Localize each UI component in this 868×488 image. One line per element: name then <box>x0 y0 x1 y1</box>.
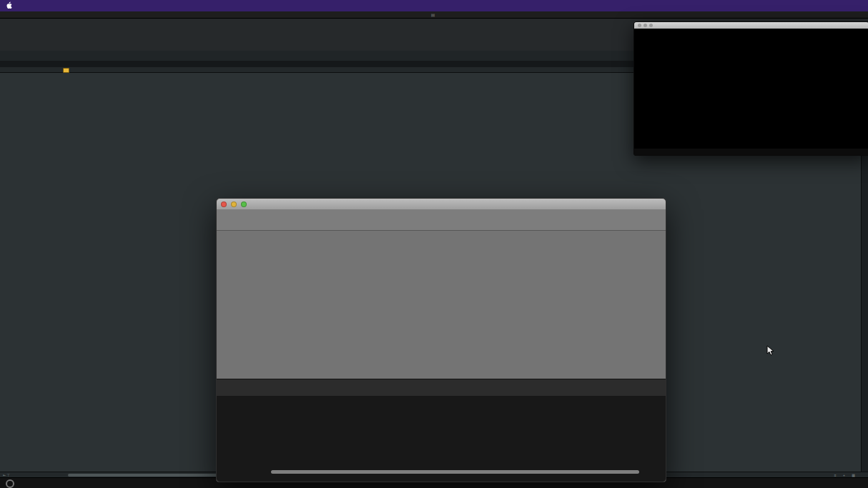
target-icon[interactable] <box>6 479 14 488</box>
minimize-icon[interactable] <box>643 24 647 27</box>
matchbox-bottom-toolbar <box>217 379 666 397</box>
matchbox-toolbar <box>217 209 666 231</box>
video-status-strip <box>634 149 868 155</box>
screen: ▤ ⇤ ⊤ ≡ + ▦ <box>0 0 868 488</box>
video-window-titlebar[interactable] <box>634 22 868 29</box>
document-icon: ▤ <box>431 12 435 17</box>
comparison-thumbnails <box>217 396 666 482</box>
matchbox-titlebar[interactable] <box>217 199 666 210</box>
zoom-icon[interactable] <box>241 201 247 207</box>
macos-menu-bar <box>0 0 868 11</box>
close-icon[interactable] <box>638 24 641 27</box>
minimize-icon[interactable] <box>231 201 237 207</box>
video-window[interactable] <box>633 21 868 156</box>
matchbox-horizontal-scrollbar[interactable] <box>271 470 639 474</box>
protools-window-title: ▤ <box>0 11 868 19</box>
zoom-icon[interactable] <box>649 24 653 27</box>
video-frame <box>636 45 867 139</box>
apple-menu-icon[interactable] <box>0 1 18 11</box>
close-icon[interactable] <box>221 201 227 207</box>
memory-marker[interactable] <box>63 68 69 73</box>
mouse-cursor <box>766 345 775 359</box>
matchbox-dialog[interactable] <box>216 198 666 482</box>
